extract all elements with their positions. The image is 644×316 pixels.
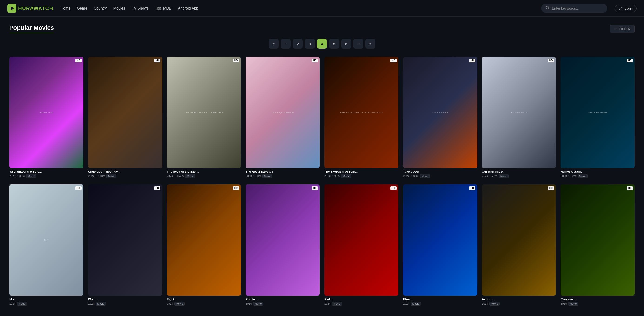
movie-meta: 2023 •86m Movie (9, 174, 84, 178)
pagination-page-6[interactable]: 6 (341, 39, 351, 48)
movie-title: Action... (482, 298, 556, 301)
movie-title: The Royal Bake Off (246, 170, 320, 173)
movie-card-my[interactable]: M Y HD M Y 2024 Movie (9, 185, 84, 306)
search-bar (541, 4, 607, 13)
movie-card-creature[interactable]: HD Creature... 2024 Movie (560, 185, 635, 306)
pagination-prev[interactable]: ← (281, 39, 290, 48)
poster-art (167, 185, 241, 296)
pagination-first[interactable]: « (269, 39, 278, 48)
poster-art (246, 185, 320, 296)
movie-card-blue[interactable]: HD Blue... 2024 Movie (403, 185, 477, 306)
movie-title: Purple... (246, 298, 320, 301)
nav-movies[interactable]: Movies (114, 6, 125, 10)
nav-androidapp[interactable]: Android App (178, 6, 198, 10)
hd-badge: HD (469, 186, 475, 190)
movie-title: Underdog: The Andy... (88, 170, 162, 173)
poster-art: TAKE COVER (403, 57, 477, 168)
movie-year: 2024 (403, 302, 410, 305)
movie-card-red[interactable]: HD Red... 2024 Movie (324, 185, 398, 306)
hd-badge: HD (548, 186, 554, 190)
poster-art: The Royal Bake Off (246, 57, 320, 168)
movie-title: M Y (9, 298, 84, 301)
filter-button[interactable]: FILTER (610, 25, 635, 33)
movie-year: 2023 (9, 175, 16, 178)
movie-card-exorcism[interactable]: THE EXORCISM OF SAINT PATRICK HD The Exo… (324, 57, 398, 178)
nav-genre[interactable]: Genre (77, 6, 87, 10)
movie-grid-row1: VALENTINA HD Valentina or the Sere... 20… (9, 57, 635, 178)
movie-card-takecover[interactable]: TAKE COVER HD Take Cover 2024 •89m Movie (403, 57, 477, 178)
pagination-last[interactable]: » (366, 39, 375, 48)
pagination-page-4[interactable]: 4 (317, 39, 327, 48)
logo-main-text: HURA (18, 5, 34, 11)
movie-card-seed[interactable]: THE SEED OF THE SACRED FIG HD The Seed o… (167, 57, 241, 178)
movie-type-badge: Movie (490, 302, 500, 306)
svg-point-4 (620, 7, 622, 8)
movie-duration: 167m (177, 175, 184, 178)
movie-card-ourman[interactable]: Our Man in L.A. HD Our Man In L.A. 2024 … (482, 57, 556, 178)
movie-meta: 2024 Movie (482, 302, 556, 306)
movie-year: 2024 (88, 302, 94, 305)
movie-type-badge: Movie (332, 302, 342, 306)
movie-meta: 2024 •167m Movie (167, 174, 241, 178)
hd-badge: HD (469, 59, 475, 62)
poster-art (324, 185, 398, 296)
movie-type-badge: Movie (96, 302, 106, 306)
movie-duration: 92m (570, 175, 576, 178)
logo-accent-text: WATCH (34, 5, 53, 11)
logo[interactable]: HURAWATCH (8, 4, 53, 13)
page-title-section: Popular Movies FILTER (9, 24, 635, 33)
movie-card-valentina[interactable]: VALENTINA HD Valentina or the Sere... 20… (9, 57, 84, 178)
movie-card-fight[interactable]: HD Fight... 2024 Movie (167, 185, 241, 306)
movie-poster-wrap: HD (324, 185, 398, 296)
movie-meta: 2024 •89m Movie (403, 174, 477, 178)
nav-tvshows[interactable]: TV Shows (132, 6, 148, 10)
poster-art (482, 185, 556, 296)
movie-grid-row2: M Y HD M Y 2024 Movie HD Wolf... 2024 Mo… (9, 185, 635, 306)
hd-badge: HD (154, 59, 160, 62)
movie-card-royal[interactable]: The Royal Bake Off HD The Royal Bake Off… (246, 57, 320, 178)
pagination-page-5[interactable]: 5 (329, 39, 339, 48)
movie-card-underdog[interactable]: HD Underdog: The Andy... 2024 •118m Movi… (88, 57, 162, 178)
logo-icon (8, 4, 16, 13)
movie-card-wolf[interactable]: HD Wolf... 2024 Movie (88, 185, 162, 306)
movie-type-badge: Movie (106, 174, 116, 178)
login-label: Login (625, 6, 632, 10)
movie-year: 2024 (246, 302, 252, 305)
movie-year: 2024 (482, 175, 488, 178)
movie-type-badge: Movie (26, 174, 36, 178)
search-input[interactable] (552, 6, 603, 10)
nav-topimdb[interactable]: Top IMDB (155, 6, 171, 10)
movie-poster-wrap: The Royal Bake Off HD (246, 57, 320, 168)
main-nav: Home Genre Country Movies TV Shows Top I… (60, 6, 534, 10)
movie-meta: 2024 Movie (324, 302, 398, 306)
hd-badge: HD (75, 59, 81, 62)
movie-meta: 2024 Movie (9, 302, 84, 306)
movie-card-purple[interactable]: HD Purple... 2024 Movie (246, 185, 320, 306)
movie-poster-wrap: VALENTINA HD (9, 57, 84, 168)
pagination-next[interactable]: → (354, 39, 363, 48)
movie-year: 2024 (88, 175, 94, 178)
hd-badge: HD (312, 59, 318, 62)
movie-title: Nemesis Game (560, 170, 635, 173)
movie-year: 2024 (560, 302, 567, 305)
movie-title: Red... (324, 298, 398, 301)
movie-poster-wrap: HD (482, 185, 556, 296)
movie-meta: 2024 •90m Movie (324, 174, 398, 178)
login-button[interactable]: Login (615, 5, 636, 12)
movie-title: Fight... (167, 298, 241, 301)
movie-card-nemesis[interactable]: NEMESIS GAME HD Nemesis Game 2003 •92m M… (560, 57, 635, 178)
movie-title: The Seed of the Sacr... (167, 170, 241, 173)
movie-year: 2024 (324, 302, 330, 305)
pagination-page-3[interactable]: 3 (305, 39, 315, 48)
movie-title: Blue... (403, 298, 477, 301)
hd-badge: HD (390, 59, 396, 62)
nav-home[interactable]: Home (60, 6, 70, 10)
pagination-page-2[interactable]: 2 (293, 39, 303, 48)
movie-poster-wrap: HD (88, 57, 162, 168)
movie-meta: 2024 Movie (167, 302, 241, 306)
movie-meta: 2024 Movie (403, 302, 477, 306)
movie-card-action2[interactable]: HD Action... 2024 Movie (482, 185, 556, 306)
movie-year: 2024 (9, 302, 16, 305)
nav-country[interactable]: Country (94, 6, 107, 10)
logo-text: HURAWATCH (18, 5, 53, 11)
